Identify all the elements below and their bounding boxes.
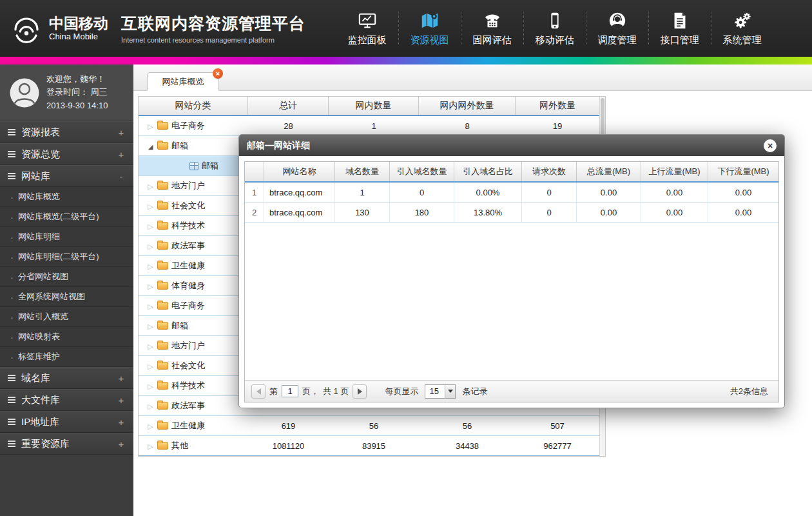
folder-icon: [157, 402, 168, 410]
tab-close-icon[interactable]: ×: [213, 68, 223, 79]
china-mobile-logo: [10, 12, 43, 45]
table-row[interactable]: 2 btrace.qq.com 130 180 13.80% 0 0.00 0.…: [245, 203, 778, 223]
column-header[interactable]: 网站名称: [264, 162, 335, 181]
column-header[interactable]: 网内数量: [329, 97, 419, 115]
sidebar-item[interactable]: 网站库 -: [0, 165, 133, 187]
expand-toggle-icon[interactable]: +: [117, 149, 126, 160]
nav-item-dispatch-mgmt[interactable]: 调度管理: [586, 0, 648, 57]
sidebar-subitem[interactable]: 网站库明细: [0, 227, 133, 247]
prev-page-button[interactable]: [251, 384, 266, 399]
upload-traffic: 0.00: [641, 183, 708, 202]
tree-toggle-icon[interactable]: [146, 141, 155, 151]
column-header[interactable]: 网内网外数量: [419, 97, 516, 115]
tree-toggle-icon[interactable]: [146, 401, 155, 411]
expand-toggle-icon[interactable]: +: [117, 395, 126, 406]
column-header[interactable]: 网站分类: [139, 97, 248, 115]
per-page-label: 每页显示: [385, 386, 418, 397]
folder-icon: [157, 342, 168, 350]
expand-toggle-icon[interactable]: +: [117, 439, 126, 450]
tree-toggle-icon[interactable]: [146, 241, 155, 251]
column-header[interactable]: 总流量(MB): [577, 162, 641, 181]
column-header[interactable]: 请求次数: [522, 162, 577, 181]
expand-toggle-icon[interactable]: -: [117, 171, 126, 182]
category-label: 地方门户: [171, 340, 205, 352]
sidebar-subitem[interactable]: 网站映射表: [0, 327, 133, 347]
column-header[interactable]: 引入域名数量: [390, 162, 454, 181]
table-row[interactable]: 电子商务 28 1 8 19: [139, 116, 599, 136]
nav-item-system-mgmt[interactable]: 系统管理: [711, 0, 773, 57]
domain-count: 130: [335, 203, 390, 222]
sidebar-subitem[interactable]: 网站引入概览: [0, 307, 133, 327]
folder-icon: [157, 182, 168, 190]
tree-toggle-icon[interactable]: [146, 261, 155, 271]
tree-toggle-icon[interactable]: [146, 281, 155, 291]
sidebar-subitem[interactable]: 网站库概览(二级平台): [0, 207, 133, 227]
sidebar-item[interactable]: 资源报表 +: [0, 121, 133, 143]
tab-site-library-overview[interactable]: 网站库概览 ×: [147, 72, 219, 91]
tree-toggle-icon[interactable]: [146, 221, 155, 231]
nav-item-mobile-eval[interactable]: 移动评估: [523, 0, 586, 57]
sidebar-item[interactable]: IP地址库 +: [0, 411, 133, 433]
nav-item-resource-view[interactable]: 资源视图: [398, 0, 461, 57]
category-label: 电子商务: [171, 120, 205, 132]
folder-icon: [157, 382, 168, 390]
modal-close-icon[interactable]: ×: [764, 139, 777, 152]
nav-item-interface-mgmt[interactable]: 接口管理: [648, 0, 711, 57]
sidebar-subitem[interactable]: 标签库维护: [0, 347, 133, 367]
index-column-header: [245, 162, 264, 181]
table-row[interactable]: 1 btrace.qq.com 1 0 0.00% 0 0.00 0.00 0.…: [245, 183, 778, 203]
tree-toggle-icon[interactable]: [146, 341, 155, 351]
tree-toggle-icon[interactable]: [146, 361, 155, 371]
nav-item-dashboard[interactable]: 监控面板: [336, 0, 398, 57]
chevron-down-icon: [445, 385, 455, 398]
brand-name-cn: 中国移动: [49, 15, 108, 31]
tree-toggle-icon[interactable]: [146, 441, 155, 451]
expand-toggle-icon[interactable]: +: [117, 373, 126, 384]
sidebar-subitem[interactable]: 网站库概览: [0, 187, 133, 207]
map-icon: [420, 10, 440, 31]
tree-toggle-icon[interactable]: [146, 321, 155, 331]
column-header[interactable]: 上行流量(MB): [641, 162, 708, 181]
bullet-icon: [10, 272, 14, 283]
row-index: 2: [245, 203, 264, 222]
category-label: 政法军事: [171, 240, 205, 252]
folder-icon: [157, 322, 168, 330]
table-row[interactable]: 卫生健康 619 56 56 507: [139, 416, 599, 436]
expand-toggle-icon[interactable]: +: [117, 127, 126, 138]
bullet-icon: [10, 352, 14, 362]
cell-in-out-network: 56: [419, 416, 516, 435]
category-label: 卫生健康: [171, 420, 205, 432]
sidebar-subitem[interactable]: 网站库明细(二级平台): [0, 247, 133, 267]
tree-toggle-icon[interactable]: [146, 121, 155, 131]
app-window: 中国移动 China Mobile 互联网内容资源管理平台 Internet c…: [0, 0, 812, 516]
column-header[interactable]: 引入域名占比: [454, 162, 522, 181]
column-header[interactable]: 网外数量: [516, 97, 599, 115]
folder-icon: [157, 222, 168, 230]
tree-toggle-icon[interactable]: [146, 181, 155, 191]
page-input[interactable]: [282, 385, 298, 397]
tree-toggle-icon[interactable]: [146, 301, 155, 311]
nav-item-fixed-network-eval[interactable]: 固网评估: [461, 0, 523, 57]
per-page-value: 15: [425, 386, 445, 396]
tree-toggle-icon[interactable]: [146, 421, 155, 431]
column-header[interactable]: 下行流量(MB): [708, 162, 778, 181]
sidebar-item[interactable]: 大文件库 +: [0, 389, 133, 411]
sidebar-item[interactable]: 重要资源库 +: [0, 433, 133, 455]
folder-icon: [157, 122, 168, 130]
column-header[interactable]: 域名数量: [335, 162, 390, 181]
mobile-phone-icon: [545, 10, 565, 31]
modal-title: 邮箱—网站详细: [247, 140, 310, 152]
sidebar-subitem[interactable]: 全网系统网站视图: [0, 287, 133, 307]
tree-toggle-icon[interactable]: [146, 381, 155, 391]
sidebar-subitem[interactable]: 分省网站视图: [0, 267, 133, 287]
expand-toggle-icon[interactable]: +: [117, 417, 126, 428]
sidebar-item[interactable]: 域名库 +: [0, 367, 133, 389]
next-page-button[interactable]: [353, 384, 367, 399]
tree-toggle-icon[interactable]: [146, 201, 155, 211]
modal-header[interactable]: 邮箱—网站详细 ×: [239, 135, 784, 156]
column-header[interactable]: 总计: [248, 97, 329, 115]
folder-icon: [157, 302, 168, 310]
sidebar-item[interactable]: 资源总览 +: [0, 143, 133, 165]
table-row[interactable]: 其他 1081120 83915 34438 962777: [139, 436, 599, 456]
per-page-select[interactable]: 15: [425, 384, 456, 399]
